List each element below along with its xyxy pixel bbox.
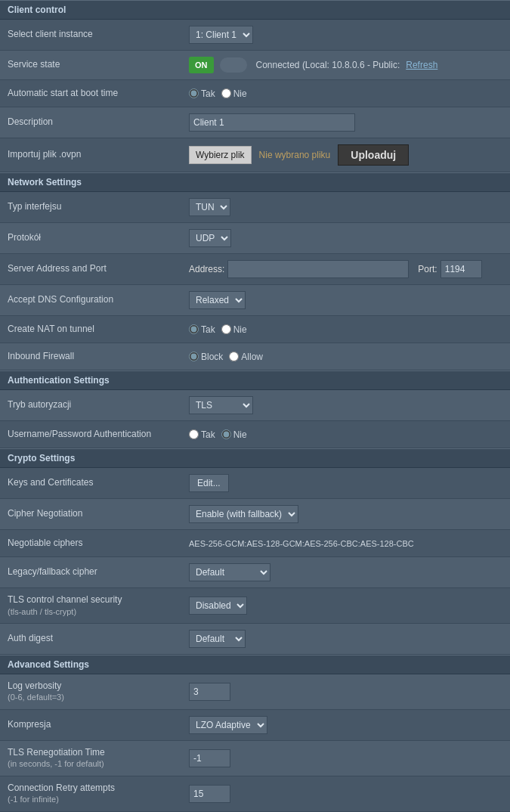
auth-section-header: Authentication Settings bbox=[0, 370, 510, 390]
tryb-select[interactable]: TLS Static Key None bbox=[189, 396, 253, 414]
tls-reneg-row: TLS Renegotiation Time (in seconds, -1 f… bbox=[0, 741, 510, 776]
upload-button[interactable]: Uploaduj bbox=[338, 144, 409, 166]
tls-security-label: TLS control channel security (tls-auth /… bbox=[0, 591, 183, 620]
block-text: Block bbox=[201, 352, 223, 362]
keys-label: Keys and Certificates bbox=[0, 474, 183, 492]
username-tak-radio[interactable] bbox=[189, 429, 199, 439]
nat-nie-label[interactable]: Nie bbox=[221, 324, 247, 335]
auto-start-row: Automatic start at boot time Tak Nie bbox=[0, 80, 510, 107]
tls-reneg-control bbox=[183, 746, 510, 770]
username-tak-label[interactable]: Tak bbox=[189, 429, 215, 440]
firewall-radio-group: Block Allow bbox=[189, 352, 263, 362]
firewall-allow-radio[interactable] bbox=[229, 352, 239, 361]
allow-text: Allow bbox=[241, 352, 263, 362]
log-verbosity-input[interactable] bbox=[189, 683, 230, 701]
log-verbosity-control bbox=[183, 680, 510, 704]
legacy-cipher-row: Legacy/fallback cipher Default AES-256-C… bbox=[0, 557, 510, 588]
username-nie-radio[interactable] bbox=[221, 429, 231, 439]
select-client-label: Select client instance bbox=[0, 26, 183, 44]
no-file-text: Nie wybrano pliku bbox=[259, 150, 331, 160]
cipher-neg-select[interactable]: Enable (with fallback) Enable Disable bbox=[189, 505, 298, 523]
negotiable-ciphers-control: AES-256-GCM:AES-128-GCM:AES-256-CBC:AES-… bbox=[183, 536, 510, 551]
address-label-text: Address: bbox=[189, 264, 224, 274]
typ-interfejsu-row: Typ interfejsu TUN TAP bbox=[0, 192, 510, 223]
port-input[interactable] bbox=[440, 260, 482, 278]
description-label: Description bbox=[0, 113, 183, 132]
address-input[interactable] bbox=[227, 260, 409, 278]
server-address-label: Server Address and Port bbox=[0, 260, 183, 278]
typ-interfejsu-label: Typ interfejsu bbox=[0, 198, 183, 216]
keys-edit-button[interactable]: Edit... bbox=[189, 474, 229, 492]
advanced-section-header: Advanced Settings bbox=[0, 655, 510, 674]
auto-start-nie-radio[interactable] bbox=[221, 88, 231, 98]
select-client-dropdown[interactable]: 1: Client 1 bbox=[189, 26, 253, 44]
tls-reneg-input[interactable] bbox=[189, 749, 230, 767]
dns-select[interactable]: Relaxed Strict None bbox=[189, 291, 246, 309]
auth-digest-control: Default SHA1 SHA256 bbox=[183, 627, 510, 651]
kompresja-control: LZO Adaptive LZO None bbox=[183, 713, 510, 737]
auto-start-control: Tak Nie bbox=[183, 85, 510, 102]
tls-reneg-sub-label: (in seconds, -1 for default) bbox=[8, 758, 175, 769]
conn-retry-label: Connection Retry attempts (-1 for infini… bbox=[0, 779, 183, 808]
log-verbosity-row: Log verbosity (0-6, default=3) bbox=[0, 674, 510, 710]
username-nie-text: Nie bbox=[233, 429, 247, 440]
auto-start-nie-label[interactable]: Nie bbox=[221, 88, 247, 99]
cipher-neg-row: Cipher Negotiation Enable (with fallback… bbox=[0, 499, 510, 530]
protokol-select[interactable]: UDP TCP bbox=[189, 229, 231, 247]
select-client-control: 1: Client 1 bbox=[183, 23, 510, 47]
conn-retry-input[interactable] bbox=[189, 785, 230, 803]
auth-digest-label: Auth digest bbox=[0, 630, 183, 648]
firewall-allow-label[interactable]: Allow bbox=[229, 352, 263, 362]
firewall-block-radio[interactable] bbox=[189, 352, 199, 361]
auto-start-tak-label[interactable]: Tak bbox=[189, 88, 215, 99]
protokol-label: Protokół bbox=[0, 229, 183, 247]
wybierz-button[interactable]: Wybierz plik bbox=[189, 146, 252, 164]
description-row: Description bbox=[0, 107, 510, 138]
legacy-cipher-control: Default AES-256-CBC AES-128-CBC bbox=[183, 560, 510, 584]
network-section-title: Network Settings bbox=[8, 177, 82, 188]
description-control bbox=[183, 110, 510, 135]
nie-text: Nie bbox=[233, 88, 247, 99]
auth-section-title: Authentication Settings bbox=[8, 375, 110, 386]
toggle-on-button[interactable]: ON bbox=[189, 57, 214, 73]
nat-label: Create NAT on tunnel bbox=[0, 321, 183, 339]
port-label-text: Port: bbox=[418, 264, 437, 274]
network-section-header: Network Settings bbox=[0, 172, 510, 192]
kompresja-select[interactable]: LZO Adaptive LZO None bbox=[189, 716, 267, 734]
auto-start-tak-radio[interactable] bbox=[189, 88, 199, 98]
crypto-section-header: Crypto Settings bbox=[0, 448, 510, 468]
cipher-neg-label: Cipher Negotiation bbox=[0, 505, 183, 523]
tls-security-control: Disabled tls-auth tls-crypt bbox=[183, 594, 510, 618]
legacy-cipher-select[interactable]: Default AES-256-CBC AES-128-CBC bbox=[189, 563, 270, 581]
username-nie-label[interactable]: Nie bbox=[221, 429, 247, 440]
tak-text: Tak bbox=[201, 88, 215, 99]
nat-tak-radio[interactable] bbox=[189, 324, 199, 334]
description-input[interactable] bbox=[189, 113, 355, 132]
firewall-block-label[interactable]: Block bbox=[189, 352, 223, 362]
tryb-row: Tryb autoryzacji TLS Static Key None bbox=[0, 390, 510, 421]
typ-interfejsu-select[interactable]: TUN TAP bbox=[189, 198, 230, 216]
tls-security-select[interactable]: Disabled tls-auth tls-crypt bbox=[189, 597, 247, 615]
negotiable-ciphers-value: AES-256-GCM:AES-128-GCM:AES-256-CBC:AES-… bbox=[189, 539, 414, 548]
refresh-link[interactable]: Refresh bbox=[406, 60, 437, 70]
server-address-control: Address: Port: bbox=[183, 257, 510, 281]
nat-nie-radio[interactable] bbox=[221, 324, 231, 334]
auth-digest-select[interactable]: Default SHA1 SHA256 bbox=[189, 630, 246, 648]
service-state-label: Service state bbox=[0, 56, 183, 74]
tls-reneg-label: TLS Renegotiation Time (in seconds, -1 f… bbox=[0, 744, 183, 773]
auth-digest-row: Auth digest Default SHA1 SHA256 bbox=[0, 624, 510, 655]
log-main-label: Log verbosity bbox=[8, 680, 175, 693]
negotiable-ciphers-label: Negotiable ciphers bbox=[0, 535, 183, 553]
nat-nie-text: Nie bbox=[233, 324, 247, 335]
typ-interfejsu-control: TUN TAP bbox=[183, 195, 510, 219]
legacy-cipher-label: Legacy/fallback cipher bbox=[0, 563, 183, 581]
conn-retry-sub-label: (-1 for infinite) bbox=[8, 794, 175, 804]
firewall-label: Inbound Firewall bbox=[0, 348, 183, 366]
nat-tak-label[interactable]: Tak bbox=[189, 324, 215, 335]
nat-row: Create NAT on tunnel Tak Nie bbox=[0, 316, 510, 343]
conn-retry-row: Connection Retry attempts (-1 for infini… bbox=[0, 776, 510, 812]
conn-retry-main-label: Connection Retry attempts bbox=[8, 783, 175, 795]
kompresja-row: Kompresja LZO Adaptive LZO None bbox=[0, 710, 510, 741]
import-label: Importuj plik .ovpn bbox=[0, 146, 183, 164]
keys-control: Edit... bbox=[183, 471, 510, 495]
